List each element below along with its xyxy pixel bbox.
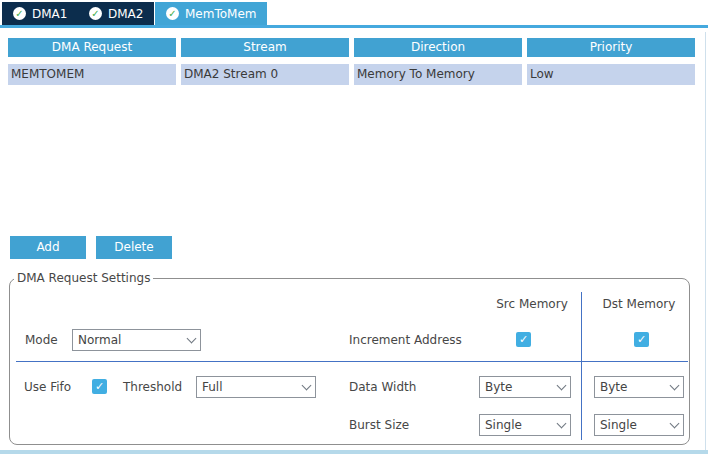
cell-priority[interactable]: Low <box>527 64 695 85</box>
use-fifo-label: Use Fifo <box>24 376 71 398</box>
increment-address-src-checkbox[interactable]: ✓ <box>516 332 531 347</box>
threshold-value: Full <box>202 380 303 394</box>
data-width-src-value: Byte <box>485 380 558 394</box>
mode-label: Mode <box>25 329 58 351</box>
dma-configuration-panel: ✓ DMA1 ✓ DMA2 ✓ MemToMem DMA Request Str… <box>0 0 708 457</box>
check-circle-icon: ✓ <box>13 7 26 20</box>
tab-dma2[interactable]: ✓ DMA2 <box>78 2 154 25</box>
column-header-priority: Priority <box>527 38 695 57</box>
chevron-down-icon <box>670 381 680 391</box>
panel-right-border <box>705 32 706 450</box>
burst-size-src-value: Single <box>485 418 558 432</box>
data-width-dst-value: Byte <box>600 380 671 394</box>
column-header-stream: Stream <box>181 38 349 57</box>
increment-address-label: Increment Address <box>349 329 462 351</box>
check-circle-icon: ✓ <box>89 7 102 20</box>
cell-direction[interactable]: Memory To Memory <box>354 64 522 85</box>
increment-address-dst-checkbox[interactable]: ✓ <box>634 332 649 347</box>
cell-dma-request[interactable]: MEMTOMEM <box>8 64 176 85</box>
add-button[interactable]: Add <box>10 236 86 259</box>
tab-dma1[interactable]: ✓ DMA1 <box>2 2 78 25</box>
cell-stream[interactable]: DMA2 Stream 0 <box>181 64 349 85</box>
threshold-dropdown[interactable]: Full <box>196 376 316 398</box>
bottom-accent-strip <box>0 450 708 454</box>
mode-dropdown[interactable]: Normal <box>72 329 201 351</box>
dma-request-settings-group: DMA Request Settings Src Memory Dst Memo… <box>9 278 690 445</box>
src-dst-divider <box>581 292 582 440</box>
column-header-direction: Direction <box>354 38 522 57</box>
burst-size-src-dropdown[interactable]: Single <box>479 414 571 436</box>
burst-size-dst-value: Single <box>600 418 671 432</box>
burst-size-label: Burst Size <box>349 414 409 436</box>
chevron-down-icon <box>670 419 680 429</box>
tab-underline <box>0 25 708 28</box>
chevron-down-icon <box>557 419 567 429</box>
group-title: DMA Request Settings <box>14 271 153 285</box>
tab-label: MemToMem <box>185 7 256 21</box>
row-divider <box>16 361 688 362</box>
check-circle-icon: ✓ <box>166 7 179 20</box>
dst-memory-column-label: Dst Memory <box>593 293 685 315</box>
data-width-label: Data Width <box>349 376 416 398</box>
threshold-label: Threshold <box>123 376 182 398</box>
data-width-src-dropdown[interactable]: Byte <box>479 376 571 398</box>
chevron-down-icon <box>187 334 197 344</box>
tab-label: DMA1 <box>32 7 67 21</box>
src-memory-column-label: Src Memory <box>486 293 578 315</box>
table-row[interactable]: MEMTOMEM DMA2 Stream 0 Memory To Memory … <box>8 64 695 85</box>
tab-label: DMA2 <box>108 7 143 21</box>
column-header-dma-request: DMA Request <box>8 38 176 57</box>
delete-button[interactable]: Delete <box>96 236 172 259</box>
chevron-down-icon <box>302 381 312 391</box>
tab-bar: ✓ DMA1 ✓ DMA2 ✓ MemToMem <box>0 0 708 27</box>
dma-table-header: DMA Request Stream Direction Priority <box>8 38 695 57</box>
chevron-down-icon <box>557 381 567 391</box>
data-width-dst-dropdown[interactable]: Byte <box>594 376 684 398</box>
use-fifo-checkbox[interactable]: ✓ <box>92 379 107 394</box>
mode-value: Normal <box>78 333 188 347</box>
tab-memtomem[interactable]: ✓ MemToMem <box>155 2 267 25</box>
burst-size-dst-dropdown[interactable]: Single <box>594 414 684 436</box>
